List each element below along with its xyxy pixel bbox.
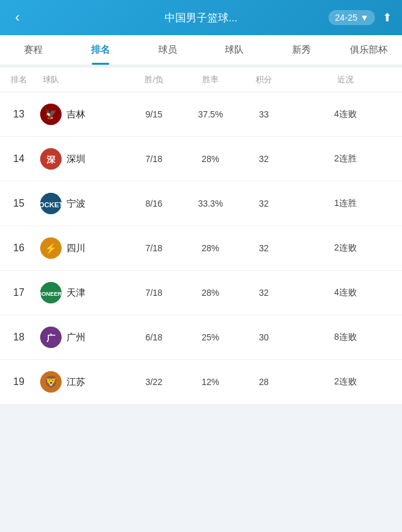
- recent-form: 8连败: [289, 332, 402, 343]
- rank-number: 19: [0, 376, 38, 388]
- rank-number: 14: [0, 153, 38, 165]
- win-loss: 7/18: [126, 243, 182, 253]
- page-title: 中国男子篮球...: [165, 11, 237, 25]
- team-logo: 广: [40, 327, 62, 348]
- team-info: 🦅 吉林: [38, 104, 126, 125]
- team-info: ROCKETS 宁波: [38, 193, 126, 214]
- team-info: 🦁 江苏: [38, 371, 126, 393]
- team-logo: PIONEERS: [40, 282, 62, 303]
- points: 32: [239, 288, 289, 298]
- svg-text:PIONEERS: PIONEERS: [40, 291, 62, 297]
- header-pct: 胜率: [182, 74, 239, 85]
- svg-text:🦁: 🦁: [44, 375, 58, 389]
- team-name: 天津: [67, 287, 85, 299]
- tab-ranking[interactable]: 排名: [67, 35, 134, 65]
- table-row[interactable]: 14 深 深圳 7/18 28% 32 2连胜: [0, 137, 402, 182]
- nav-tabs: 赛程 排名 球员 球队 新秀 俱乐部杯: [0, 35, 402, 65]
- table-row[interactable]: 17 PIONEERS 天津 7/18 28% 32 4连败: [0, 271, 402, 315]
- win-loss: 9/15: [126, 109, 182, 119]
- season-selector[interactable]: 24-25 ▼: [329, 10, 375, 25]
- rank-number: 17: [0, 287, 38, 298]
- svg-text:广: 广: [46, 333, 56, 343]
- win-loss: 7/18: [126, 154, 182, 164]
- recent-form: 2连败: [289, 242, 402, 254]
- table-row[interactable]: 19 🦁 江苏 3/22 12% 28 2连败: [0, 360, 402, 404]
- back-button[interactable]: ‹: [10, 7, 24, 28]
- svg-text:深: 深: [46, 155, 56, 165]
- table-row[interactable]: 18 广 广州 6/18 25% 30 8连败: [0, 315, 402, 360]
- recent-form: 1连胜: [289, 198, 402, 209]
- recent-form: 4连败: [289, 287, 402, 298]
- table-row[interactable]: 13 🦅 吉林 9/15 37.5% 33 4连败: [0, 92, 402, 137]
- table-row[interactable]: 16 ⚡ 四川 7/18 28% 32 2连败: [0, 226, 402, 271]
- chevron-down-icon: ▼: [360, 13, 369, 23]
- team-name: 江苏: [67, 376, 85, 388]
- header: ‹ 中国男子篮球... 24-25 ▼ ⬆: [0, 0, 402, 35]
- header-right: 24-25 ▼ ⬆: [329, 10, 392, 25]
- svg-text:ROCKETS: ROCKETS: [40, 201, 62, 209]
- win-pct: 25%: [182, 332, 239, 342]
- tab-players[interactable]: 球员: [134, 35, 201, 65]
- team-info: 深 深圳: [38, 148, 126, 170]
- rank-number: 15: [0, 198, 38, 209]
- svg-text:🦅: 🦅: [45, 108, 57, 120]
- win-pct: 37.5%: [182, 109, 239, 119]
- win-loss: 3/22: [126, 377, 182, 387]
- team-name: 广州: [67, 332, 85, 344]
- header-team: 球队: [38, 74, 126, 85]
- header-rank: 排名: [0, 74, 38, 85]
- tab-club[interactable]: 俱乐部杯: [335, 35, 402, 65]
- win-pct: 33.3%: [182, 198, 239, 209]
- team-info: 广 广州: [38, 327, 126, 348]
- win-loss: 8/16: [126, 198, 182, 209]
- points: 30: [239, 332, 289, 342]
- table-row[interactable]: 15 ROCKETS 宁波 8/16 33.3% 32 1连胜: [0, 182, 402, 226]
- win-loss: 6/18: [126, 332, 182, 342]
- points: 33: [239, 109, 289, 119]
- tab-rookies[interactable]: 新秀: [268, 35, 335, 65]
- recent-form: 4连败: [289, 109, 402, 120]
- points: 28: [239, 377, 289, 387]
- ranking-table: 排名 球队 胜/负 胜率 积分 近况 13 🦅 吉林 9/15 37.5% 33…: [0, 68, 402, 404]
- rank-number: 16: [0, 242, 38, 254]
- team-logo: 🦁: [40, 371, 62, 393]
- win-loss: 7/18: [126, 288, 182, 298]
- win-pct: 28%: [182, 243, 239, 253]
- points: 32: [239, 243, 289, 253]
- team-logo: 🦅: [40, 104, 62, 125]
- header-recent: 近况: [289, 74, 402, 85]
- tab-teams[interactable]: 球队: [201, 35, 268, 65]
- points: 32: [239, 154, 289, 164]
- table-header: 排名 球队 胜/负 胜率 积分 近况: [0, 68, 402, 92]
- season-label: 24-25: [335, 13, 357, 23]
- team-logo: ROCKETS: [40, 193, 62, 214]
- team-info: ⚡ 四川: [38, 237, 126, 259]
- team-name: 四川: [67, 242, 85, 254]
- share-button[interactable]: ⬆: [383, 11, 392, 24]
- points: 32: [239, 198, 289, 209]
- win-pct: 28%: [182, 154, 239, 164]
- team-name: 宁波: [67, 198, 85, 210]
- team-name: 深圳: [67, 153, 85, 165]
- team-logo: 深: [40, 148, 62, 170]
- recent-form: 2连败: [289, 376, 402, 388]
- header-wl: 胜/负: [126, 74, 182, 85]
- header-pts: 积分: [239, 74, 289, 85]
- team-name: 吉林: [67, 109, 85, 121]
- team-logo: ⚡: [40, 237, 62, 259]
- rank-number: 13: [0, 109, 38, 120]
- tab-schedule[interactable]: 赛程: [0, 35, 67, 65]
- win-pct: 12%: [182, 377, 239, 387]
- team-info: PIONEERS 天津: [38, 282, 126, 303]
- rank-number: 18: [0, 332, 38, 343]
- recent-form: 2连胜: [289, 153, 402, 165]
- win-pct: 28%: [182, 288, 239, 298]
- svg-text:⚡: ⚡: [45, 242, 57, 254]
